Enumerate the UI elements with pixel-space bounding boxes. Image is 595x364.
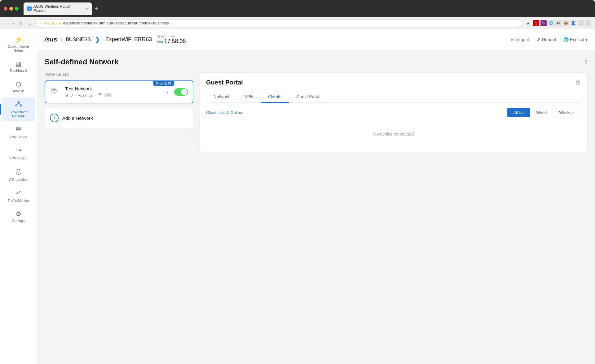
settings-icon: ⚙: [16, 210, 21, 218]
chevron-down-icon: ▾: [585, 37, 588, 42]
sidebar-item-settings[interactable]: ⚙ Settings: [2, 207, 35, 226]
address-bar[interactable]: ⚠ Not Secure expertwifi.net/index.html?u…: [35, 19, 522, 27]
add-network-icon: +: [50, 114, 59, 122]
reload-button[interactable]: ↻: [18, 20, 24, 27]
network-card-icon: [50, 87, 61, 97]
sidebar-item-aimesh[interactable]: ⬡ AiMesh: [2, 77, 35, 96]
sidebar-item-dashboard[interactable]: ▦ Dashboard: [2, 57, 35, 76]
logout-icon: ⎋: [511, 37, 514, 42]
svg-rect-6: [16, 129, 21, 131]
svg-rect-5: [16, 127, 21, 129]
logout-button[interactable]: ⎋ Logout: [511, 37, 529, 42]
svg-point-9: [54, 93, 55, 93]
sidebar-item-quick-internet[interactable]: ⚡ Quick InternetSetup: [2, 33, 35, 56]
svg-point-8: [17, 130, 17, 131]
filter-wireless-button[interactable]: Wireless: [553, 108, 581, 117]
aiprotection-icon: [15, 168, 22, 176]
sidebar-label-vpn-fusion: VPN Fusion: [9, 156, 28, 160]
sidebar-label-settings: Settings: [12, 219, 25, 223]
browser-window: A ASUS Wireless Router Exper... ✕ + ⋯ ‹ …: [0, 0, 595, 29]
portal-tabs: Network VPN Clients Guest Portal: [206, 91, 581, 103]
sidebar-item-self-defined[interactable]: Self-definedNetwork: [2, 98, 35, 121]
client-filter-buttons: All list Wired Wireless: [507, 108, 581, 117]
guest-portal-header: Guest Portal 🗑: [206, 79, 581, 86]
app-window: ⚡ Quick InternetSetup ▦ Dashboard ⬡ AiMe…: [0, 29, 595, 364]
sidebar-label-dashboard: Dashboard: [10, 69, 27, 73]
sidebar-item-traffic-monitor[interactable]: Traffic Monitor: [2, 186, 35, 206]
ext-icon-6[interactable]: 👤: [570, 20, 576, 26]
delete-icon[interactable]: 🗑: [575, 79, 581, 86]
tab-vpn[interactable]: VPN: [237, 91, 261, 103]
minimize-button[interactable]: [9, 7, 13, 11]
add-network-card[interactable]: + Add a Network: [45, 107, 193, 129]
page-content: Self-defined Network ? PROFILE LIST Free…: [37, 50, 595, 364]
clients-count: 0: [71, 93, 73, 98]
sidebar: ⚡ Quick InternetSetup ▦ Dashboard ⬡ AiMe…: [0, 29, 37, 364]
sidebar-label-vpn-server: VPN Server: [9, 135, 27, 139]
maximize-button[interactable]: [15, 7, 19, 11]
svg-point-7: [17, 128, 17, 128]
language-selector[interactable]: 🌐 English ▾: [563, 37, 588, 42]
toggle-thumb: [181, 89, 187, 95]
home-button[interactable]: ⌂: [27, 20, 33, 27]
ext-icon-3[interactable]: 🌐: [548, 20, 554, 26]
header-logo: /sus | BUSINESS ❯ ExpertWiFi EBR63: [45, 36, 152, 43]
ext-icon-4[interactable]: ⚙: [555, 20, 562, 26]
svg-point-12: [100, 95, 100, 96]
tab-network[interactable]: Network: [206, 91, 237, 103]
language-label: English: [570, 37, 584, 42]
guest-portal-panel: Guest Portal 🗑 Network VPN Clients: [200, 72, 588, 152]
no-device-message: No device connected: [206, 122, 581, 146]
system-time-label: System Time: [157, 35, 175, 38]
svg-line-4: [19, 103, 21, 105]
browser-titlebar: A ASUS Wireless Router Exper... ✕ + ⋯: [0, 0, 595, 17]
guest-portal-title: Guest Portal: [206, 79, 243, 86]
ext-icon-2[interactable]: 🛡: [540, 20, 547, 26]
wifi-5g-icon: [98, 93, 103, 98]
free-wifi-badge: Free WiFi: [153, 81, 174, 86]
sidebar-item-vpn-server[interactable]: VPN Server: [2, 123, 35, 142]
router-name: ExpertWiFi EBR63: [105, 36, 152, 43]
forward-button[interactable]: ›: [11, 20, 15, 27]
bookmark-icon[interactable]: ★: [525, 20, 532, 27]
new-tab-button[interactable]: +: [93, 5, 100, 13]
tab-label: ASUS Wireless Router Exper...: [33, 4, 83, 13]
security-icon: ⚠: [39, 21, 42, 25]
ext-icon-1[interactable]: 1: [533, 20, 539, 26]
tab-close-icon[interactable]: ✕: [85, 7, 88, 11]
ext-icon-7[interactable]: ⊡: [578, 20, 584, 26]
back-button[interactable]: ‹: [4, 20, 8, 27]
sidebar-item-aiprotection[interactable]: AiProtection: [2, 165, 35, 185]
aimesh-icon: ⬡: [16, 80, 21, 88]
network-toggle[interactable]: [174, 88, 188, 96]
header-chevron-icon: ❯: [95, 36, 100, 43]
filter-wired-button[interactable]: Wired: [530, 108, 553, 117]
content-grid: PROFILE LIST Free WiFi: [45, 72, 588, 152]
page-title-row: Self-defined Network ?: [45, 58, 588, 66]
reboot-label: Reboot: [542, 37, 556, 42]
sidebar-label-self-defined: Self-definedNetwork: [9, 110, 28, 118]
vpn-server-icon: [15, 126, 22, 134]
active-indicator: [0, 104, 1, 115]
ext-icon-8[interactable]: ⋮: [585, 20, 591, 26]
network-card[interactable]: Free WiFi: [45, 80, 193, 103]
sidebar-item-vpn-fusion[interactable]: VPN Fusion: [2, 144, 35, 163]
tab-clients[interactable]: Clients: [261, 91, 289, 103]
close-button[interactable]: [4, 7, 7, 11]
filter-all-button[interactable]: All list: [507, 108, 530, 117]
network-name: Test Network: [65, 86, 160, 91]
help-icon[interactable]: ?: [584, 59, 588, 65]
active-tab[interactable]: A ASUS Wireless Router Exper... ✕: [24, 2, 92, 15]
header-actions: ⎋ Logout ↺ Reboot 🌐 English ▾: [511, 37, 588, 42]
tab-guest-portal[interactable]: Guest Portal: [289, 91, 328, 103]
add-network-label: Add a Network: [62, 115, 93, 121]
svg-point-1: [15, 105, 17, 106]
tab-favicon: A: [27, 6, 32, 11]
browser-menu-icon[interactable]: ⋯: [587, 6, 591, 11]
system-time: System Time Sun 17:58:05: [157, 35, 186, 45]
reboot-button[interactable]: ↺ Reboot: [536, 37, 556, 42]
client-list-label: Client List : 0 Online: [206, 110, 242, 115]
quick-internet-icon: ⚡: [15, 36, 22, 43]
globe-icon: 🌐: [563, 37, 569, 42]
ext-icon-5[interactable]: 📦: [563, 20, 569, 26]
